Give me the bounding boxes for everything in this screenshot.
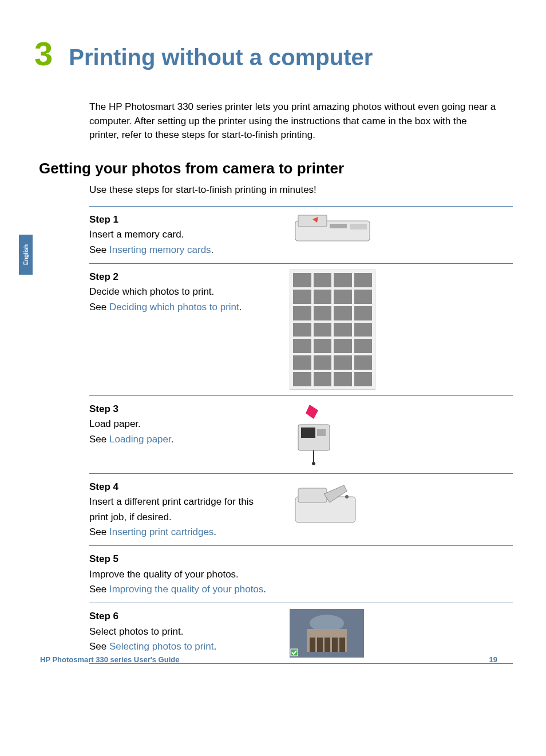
- cartridge-illustration-icon: [290, 480, 361, 528]
- period: .: [211, 244, 214, 255]
- svg-rect-19: [339, 638, 345, 652]
- step-link[interactable]: Inserting memory cards: [109, 244, 211, 255]
- photo-quality-illustration-icon: [290, 552, 378, 595]
- step-label: Step 5: [89, 552, 272, 567]
- step-see: See Inserting print cartridges.: [89, 525, 272, 540]
- step-text: Step 6 Select photos to print. See Selec…: [89, 609, 284, 658]
- footer-page-number: 19: [489, 655, 497, 664]
- steps-table: Step 1 Insert a memory card. See Inserti…: [89, 206, 513, 664]
- svg-rect-6: [317, 429, 326, 436]
- step-desc: Insert a different print cartridge for t…: [89, 494, 272, 525]
- step-image: [284, 402, 513, 468]
- svg-rect-18: [332, 638, 338, 652]
- period: .: [263, 584, 266, 595]
- step-text: Step 5 Improve the quality of your photo…: [89, 552, 284, 597]
- step-row: Step 1 Insert a memory card. See Inserti…: [89, 206, 513, 263]
- step-row: Step 6 Select photos to print. See Selec…: [89, 603, 513, 664]
- step-see: See Selecting photos to print.: [89, 639, 272, 654]
- step-image: [284, 270, 513, 390]
- section-intro: Use these steps for start-to-finish prin…: [89, 184, 497, 196]
- intro-paragraph: The HP Photosmart 330 series printer let…: [89, 100, 497, 143]
- step-image: [284, 552, 513, 597]
- step-text: Step 1 Insert a memory card. See Inserti…: [89, 212, 284, 258]
- step-link[interactable]: Improving the quality of your photos: [109, 584, 263, 595]
- language-tab: English: [19, 235, 33, 275]
- see-prefix: See: [89, 641, 109, 652]
- select-photos-illustration-icon: [290, 609, 364, 658]
- svg-rect-15: [310, 638, 315, 652]
- step-image: [284, 609, 513, 658]
- step-text: Step 2 Decide which photos to print. See…: [89, 270, 284, 390]
- step-link[interactable]: Loading paper: [109, 434, 171, 445]
- step-desc: Load paper.: [89, 417, 272, 432]
- svg-rect-10: [298, 488, 327, 502]
- step-desc: Select photos to print.: [89, 624, 272, 639]
- load-paper-illustration-icon: [290, 402, 338, 468]
- see-prefix: See: [89, 244, 109, 255]
- svg-rect-5: [301, 428, 315, 438]
- step-see: See Loading paper.: [89, 432, 272, 447]
- see-prefix: See: [89, 434, 109, 445]
- page-footer: HP Photosmart 330 series User's Guide 19: [40, 655, 497, 664]
- step-desc: Decide which photos to print.: [89, 284, 272, 299]
- step-row: Step 3 Load paper. See Loading paper.: [89, 395, 513, 473]
- step-text: Step 4 Insert a different print cartridg…: [89, 480, 284, 540]
- step-label: Step 6: [89, 609, 272, 624]
- thumbnail-grid-illustration-icon: [290, 270, 375, 390]
- step-link[interactable]: Inserting print cartridges: [109, 527, 213, 537]
- see-prefix: See: [89, 527, 109, 537]
- step-link[interactable]: Deciding which photos to print: [109, 302, 239, 312]
- footer-guide-title: HP Photosmart 330 series User's Guide: [40, 655, 179, 664]
- step-row: Step 5 Improve the quality of your photo…: [89, 545, 513, 603]
- step-text: Step 3 Load paper. See Loading paper.: [89, 402, 284, 468]
- step-label: Step 3: [89, 402, 272, 417]
- step-image: [284, 212, 513, 258]
- step-label: Step 1: [89, 212, 272, 227]
- see-prefix: See: [89, 302, 109, 312]
- step-see: See Inserting memory cards.: [89, 243, 272, 258]
- period: .: [239, 302, 242, 312]
- chapter-title: Printing without a computer: [69, 45, 373, 70]
- step-label: Step 2: [89, 270, 272, 284]
- period: .: [171, 434, 174, 445]
- printer-illustration-icon: [290, 212, 375, 244]
- svg-rect-1: [298, 215, 327, 227]
- step-desc: Insert a memory card.: [89, 227, 272, 242]
- svg-rect-17: [325, 638, 330, 652]
- step-row: Step 4 Insert a different print cartridg…: [89, 473, 513, 545]
- chapter-number: 3: [34, 34, 53, 73]
- svg-rect-3: [350, 224, 367, 229]
- svg-rect-2: [330, 224, 347, 228]
- step-row: Step 2 Decide which photos to print. See…: [89, 263, 513, 395]
- step-image: [284, 480, 513, 540]
- svg-point-8: [312, 462, 315, 465]
- chapter-header: 3 Printing without a computer: [34, 34, 497, 73]
- step-desc: Improve the quality of your photos.: [89, 567, 272, 582]
- step-label: Step 4: [89, 480, 272, 494]
- step-link[interactable]: Selecting photos to print: [109, 641, 213, 652]
- see-prefix: See: [89, 584, 109, 595]
- step-see: See Deciding which photos to print.: [89, 300, 272, 315]
- period: .: [213, 527, 216, 537]
- svg-rect-16: [317, 638, 323, 652]
- period: .: [213, 641, 216, 652]
- step-see: See Improving the quality of your photos…: [89, 582, 272, 597]
- section-title: Getting your photos from camera to print…: [39, 160, 497, 177]
- svg-point-11: [345, 495, 349, 498]
